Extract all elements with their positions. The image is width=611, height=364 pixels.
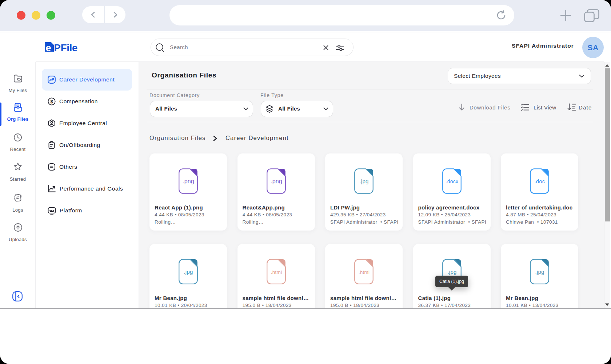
svg-text:.doc: .doc — [534, 178, 545, 184]
svg-text:.jpg: .jpg — [184, 269, 193, 275]
svg-text:e: e — [46, 43, 51, 53]
svg-text:.html: .html — [271, 269, 281, 275]
svg-text:.png: .png — [183, 178, 194, 184]
svg-text:.jpg: .jpg — [447, 269, 456, 275]
svg-text:PFile: PFile — [54, 42, 78, 53]
svg-text:.jpg: .jpg — [360, 178, 369, 184]
svg-text:.docx: .docx — [446, 179, 458, 184]
svg-text:.html: .html — [359, 269, 370, 275]
svg-text:.png: .png — [271, 178, 282, 184]
svg-text:$: $ — [50, 99, 53, 104]
svg-text:.jpg: .jpg — [535, 269, 544, 275]
